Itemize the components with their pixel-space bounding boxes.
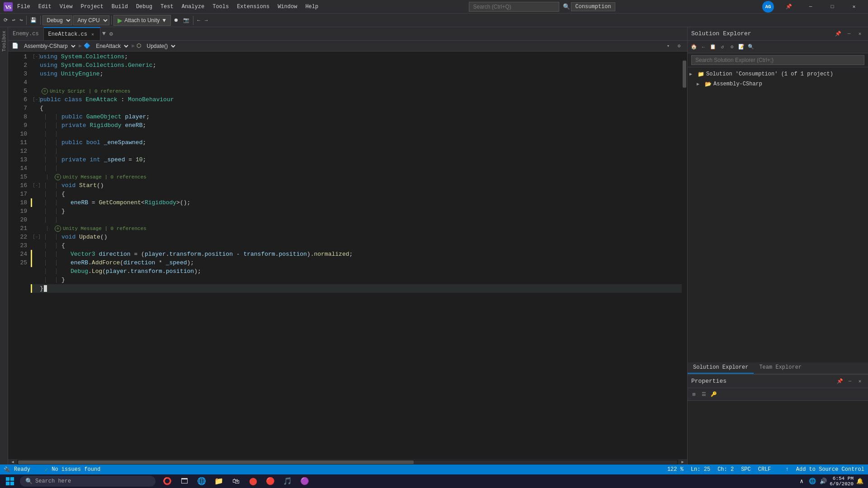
- nav-forward-btn[interactable]: →: [203, 15, 210, 26]
- user-avatar[interactable]: AG: [762, 1, 774, 13]
- panel-tab-team-explorer[interactable]: Team Explorer: [754, 362, 807, 374]
- props-key-btn[interactable]: 🔑: [709, 390, 718, 399]
- nav-class-select[interactable]: EneAttack: [92, 42, 130, 50]
- horizontal-scrollbar[interactable]: ◀ ▶: [8, 459, 687, 465]
- scrollbar-thumb[interactable]: [683, 61, 686, 88]
- menu-view[interactable]: View: [56, 2, 76, 12]
- code-line-21[interactable]: Vector3 direction = (player.transform.po…: [31, 250, 682, 258]
- taskbar-search[interactable]: 🔍 Search here: [20, 476, 156, 487]
- start-button[interactable]: [2, 474, 18, 488]
- tray-notifications[interactable]: 🔔: [855, 477, 864, 486]
- minimize-button[interactable]: ─: [800, 0, 821, 14]
- taskbar-clock[interactable]: 6:54 PM 6/9/2020: [830, 476, 854, 487]
- h-scrollbar-thumb[interactable]: [18, 460, 414, 464]
- code-line-17[interactable]: }: [31, 207, 682, 216]
- code-line-19[interactable]: [-] void Update(): [31, 233, 682, 241]
- code-line-7[interactable]: public GameObject player;: [31, 113, 682, 121]
- tray-chevron[interactable]: ∧: [797, 477, 806, 486]
- tray-volume[interactable]: 🔊: [819, 477, 828, 486]
- menu-window[interactable]: Window: [274, 2, 301, 12]
- code-line-16[interactable]: eneRB = GetComponent<Rigidbody>();: [31, 198, 682, 207]
- nav-collapse-btn[interactable]: ▾: [664, 42, 673, 51]
- save-btn[interactable]: 💾: [28, 15, 38, 26]
- maximize-button[interactable]: □: [822, 0, 843, 14]
- props-pin-btn[interactable]: 📌: [835, 377, 844, 386]
- menu-edit[interactable]: Edit: [35, 2, 55, 12]
- props-list-btn[interactable]: ☰: [699, 390, 708, 399]
- menu-project[interactable]: Project: [77, 2, 107, 12]
- record-btn[interactable]: ⏺: [172, 15, 180, 26]
- tab-eneattack-close[interactable]: ✕: [90, 31, 95, 38]
- menu-tools[interactable]: Tools: [209, 2, 232, 12]
- nav-back-btn[interactable]: ←: [195, 15, 202, 26]
- solution-explorer-search-input[interactable]: [691, 55, 864, 65]
- close-button[interactable]: ✕: [844, 0, 864, 14]
- taskbar-vs-code[interactable]: 🟣: [297, 474, 313, 488]
- se-filter-btn[interactable]: ⚙: [727, 42, 736, 52]
- taskbar-chrome[interactable]: ⬤: [245, 474, 261, 488]
- new-project-btn[interactable]: ⟳: [2, 15, 9, 26]
- se-properties-btn[interactable]: 📋: [708, 42, 717, 52]
- tray-network[interactable]: 🌐: [808, 477, 817, 486]
- code-line-9[interactable]: [31, 130, 682, 138]
- code-line-18[interactable]: [31, 216, 682, 224]
- menu-build[interactable]: Build: [108, 2, 132, 12]
- tab-settings-btn[interactable]: ⚙: [108, 27, 115, 40]
- fold-19[interactable]: [-]: [33, 233, 40, 241]
- code-line-6[interactable]: {: [31, 104, 682, 113]
- code-line-12[interactable]: private int _speed = 10;: [31, 155, 682, 164]
- menu-test[interactable]: Test: [157, 2, 177, 12]
- pin-button[interactable]: 📌: [778, 0, 799, 14]
- code-line-10[interactable]: public bool _eneSpawned;: [31, 138, 682, 147]
- tab-enemy-cs[interactable]: Enemy.cs: [8, 27, 44, 40]
- code-line-13[interactable]: [31, 164, 682, 173]
- props-grid-btn[interactable]: ⊞: [689, 390, 698, 399]
- code-line-14[interactable]: [-] void Start(): [31, 181, 682, 190]
- code-line-23[interactable]: Debug.Log(player.transform.position);: [31, 267, 682, 276]
- redo-btn[interactable]: ↪: [18, 15, 25, 26]
- code-line-15[interactable]: {: [31, 190, 682, 198]
- code-line-4[interactable]: [31, 78, 682, 87]
- code-line-5[interactable]: [-] public class EneAttack : MonoBehavio…: [31, 95, 682, 104]
- menu-analyze[interactable]: Analyze: [178, 2, 208, 12]
- tree-assembly[interactable]: ▶ 📂 Assembly-CSharp: [688, 79, 868, 89]
- menu-help[interactable]: Help: [302, 2, 322, 12]
- se-search-btn[interactable]: 🔍: [746, 42, 755, 52]
- platform-select[interactable]: Any CPU: [73, 15, 109, 25]
- taskbar-task-view[interactable]: 🗖: [176, 474, 193, 488]
- se-back-btn[interactable]: ←: [699, 42, 708, 52]
- props-min-btn[interactable]: ─: [845, 377, 854, 386]
- h-scrollbar-track[interactable]: [18, 460, 677, 464]
- nav-assembly-select[interactable]: Assembly-CSharp: [20, 42, 77, 50]
- menu-search-input[interactable]: [469, 2, 559, 12]
- taskbar-item-6[interactable]: 🔴: [262, 474, 278, 488]
- code-line-22[interactable]: eneRB.AddForce(direction * _speed);: [31, 258, 682, 267]
- se-home-btn[interactable]: 🏠: [689, 42, 698, 52]
- code-line-3[interactable]: using UnityEngine;: [31, 70, 682, 78]
- screenshot-btn[interactable]: 📷: [181, 15, 191, 26]
- nav-settings-btn[interactable]: ⚙: [675, 42, 684, 51]
- nav-method-select[interactable]: Update(): [143, 42, 177, 50]
- code-line-8[interactable]: private Rigidbody eneRB;: [31, 121, 682, 130]
- taskbar-store[interactable]: 🛍: [228, 474, 244, 488]
- code-line-2[interactable]: using System.Collections.Generic;: [31, 61, 682, 70]
- scroll-right-btn[interactable]: ▶: [678, 460, 687, 465]
- se-refresh-btn[interactable]: ↺: [718, 42, 727, 52]
- tree-solution[interactable]: ▶ 📁 Solution 'Consumption' (1 of 1 proje…: [688, 69, 868, 79]
- taskbar-edge[interactable]: 🌐: [193, 474, 210, 488]
- taskbar-music[interactable]: 🎵: [279, 474, 296, 488]
- undo-btn[interactable]: ↩: [10, 15, 17, 26]
- code-line-1[interactable]: [-] using System.Collections;: [31, 52, 682, 61]
- debug-config-select[interactable]: Debug: [42, 15, 72, 25]
- tab-scroll-down[interactable]: ▼: [100, 27, 108, 40]
- taskbar-cortana[interactable]: ⭕: [159, 474, 175, 488]
- attach-to-unity-button[interactable]: ▶ Attach to Unity ▼: [113, 15, 171, 26]
- panel-tab-solution-explorer[interactable]: Solution Explorer: [688, 362, 754, 374]
- menu-file[interactable]: File: [14, 2, 34, 12]
- code-line-11[interactable]: [31, 147, 682, 155]
- se-code-btn[interactable]: 📝: [737, 42, 746, 52]
- fold-14[interactable]: [-]: [33, 181, 40, 190]
- pin-panel-btn[interactable]: 📌: [834, 29, 843, 38]
- code-line-20[interactable]: {: [31, 241, 682, 250]
- fold-1[interactable]: [-]: [33, 52, 40, 61]
